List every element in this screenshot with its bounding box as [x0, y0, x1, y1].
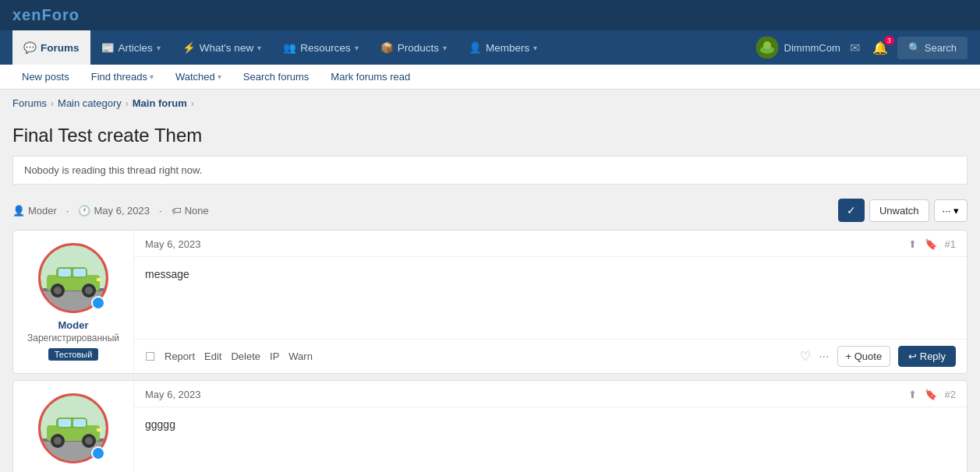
reply-label: Reply	[920, 350, 946, 362]
nav-resources[interactable]: 👥 Resources ▾	[272, 30, 370, 65]
subnav-new-posts[interactable]: New posts	[12, 65, 79, 89]
more-options-button[interactable]: ··· ▾	[934, 199, 968, 222]
post-author-role: Зарегистрированный	[27, 333, 119, 343]
clock-icon: 🕐	[78, 205, 90, 217]
post-author-name[interactable]: Moder	[58, 319, 89, 331]
nav-articles-label: Articles	[119, 42, 153, 54]
search-icon: 🔍	[908, 42, 921, 54]
search-button[interactable]: 🔍 Search	[897, 37, 968, 59]
nav-articles[interactable]: 📰 Articles ▾	[90, 30, 172, 65]
post-date: May 6, 2023	[145, 389, 201, 400]
nav-whats-new[interactable]: ⚡ What's new ▾	[172, 30, 272, 65]
share-icon[interactable]: ⬆	[908, 238, 917, 250]
post-item: Moder Зарегистрированный Тестовый May 6,…	[12, 230, 968, 374]
bookmark-icon[interactable]: 🔖	[925, 238, 937, 250]
chevron-down-icon: ▾	[533, 44, 537, 52]
reply-button[interactable]: ↩ Reply	[898, 346, 956, 367]
post-number: #1	[945, 238, 956, 250]
nav-members[interactable]: 👤 Members ▾	[458, 30, 548, 65]
tag-icon: 🏷	[172, 205, 182, 217]
svg-point-24	[54, 437, 62, 445]
post-header: May 6, 2023 ⬆ 🔖 #1	[134, 231, 967, 257]
check-button[interactable]: ✓	[838, 199, 865, 222]
delete-link[interactable]: Delete	[231, 350, 260, 362]
unwatch-button[interactable]: Unwatch	[869, 199, 929, 222]
notification-badge: 3	[884, 36, 894, 45]
bookmark-icon[interactable]: 🔖	[925, 389, 937, 400]
post-body-area: May 6, 2023 ⬆ 🔖 #1 message ☐ Report Edit…	[134, 231, 967, 373]
share-icon[interactable]: ⬆	[908, 389, 917, 400]
svg-rect-9	[73, 269, 86, 277]
warn-link[interactable]: Warn	[288, 350, 313, 362]
nav-resources-label: Resources	[300, 42, 351, 54]
subnav-search-forums-label: Search forums	[243, 71, 310, 83]
thread-date-meta: 🕐 May 6, 2023	[78, 205, 150, 217]
nav-forums[interactable]: 💬 Forums	[12, 30, 90, 65]
report-link[interactable]: Report	[165, 350, 195, 362]
subnav-find-threads-label: Find threads	[91, 71, 147, 83]
mail-icon[interactable]: ✉	[847, 37, 863, 58]
breadcrumb-sep3: ›	[191, 98, 194, 109]
products-icon: 📦	[380, 41, 394, 54]
breadcrumb-sep2: ›	[126, 98, 129, 109]
thread-tag-meta: 🏷 None	[172, 205, 209, 217]
notifications-icon[interactable]: 🔔 3	[869, 37, 891, 58]
chevron-down-icon: ▾	[257, 44, 261, 52]
post-more-button[interactable]: ···	[819, 350, 829, 364]
user-online-badge	[91, 446, 105, 460]
thread-date: May 6, 2023	[94, 205, 150, 217]
ip-link[interactable]: IP	[270, 350, 279, 362]
page-title: Final Test create Them	[12, 117, 968, 156]
reader-notice-text: Nobody is reading this thread right now.	[24, 164, 202, 176]
edit-link[interactable]: Edit	[204, 350, 221, 362]
thread-meta: 👤 Moder · 🕐 May 6, 2023 · 🏷 None ✓ Unwat…	[12, 195, 968, 230]
svg-rect-21	[58, 419, 71, 427]
main-navbar: 💬 Forums 📰 Articles ▾ ⚡ What's new ▾ 👥 R…	[0, 30, 980, 65]
breadcrumb-current: Main forum	[133, 97, 187, 109]
svg-rect-27	[97, 428, 101, 431]
svg-point-11	[54, 287, 62, 294]
post-header: May 6, 2023 ⬆ 🔖 #2	[134, 381, 967, 407]
subnav-mark-read[interactable]: Mark forums read	[321, 65, 419, 89]
nav-whats-new-label: What's new	[200, 42, 253, 54]
search-label: Search	[925, 42, 957, 54]
nav-forums-label: Forums	[41, 42, 80, 54]
subnav-find-threads[interactable]: Find threads ▾	[82, 65, 163, 89]
post-footer-left: ☐ Report Edit Delete IP Warn	[145, 350, 313, 364]
user-avatar[interactable]	[756, 37, 778, 58]
post-avatar-wrapper	[38, 393, 108, 463]
site-logo[interactable]: xenForo	[12, 6, 80, 24]
chevron-down-icon: ▾	[355, 44, 359, 52]
post-message: message	[134, 257, 967, 339]
svg-point-13	[85, 287, 93, 294]
breadcrumb-main-category[interactable]: Main category	[58, 97, 122, 109]
subnav-new-posts-label: New posts	[22, 71, 69, 83]
meta-dot2: ·	[159, 205, 162, 217]
subnav-watched-label: Watched	[175, 71, 215, 83]
page-content: Final Test create Them Nobody is reading…	[0, 117, 980, 472]
svg-point-26	[85, 437, 93, 445]
navbar-right: DimmmCom ✉ 🔔 3 🔍 Search	[756, 37, 968, 59]
post-message-text: ggggg	[145, 418, 175, 431]
chevron-down-icon: ▾	[218, 72, 221, 81]
chevron-down-icon: ▾	[157, 44, 161, 52]
like-button[interactable]: ♡	[800, 349, 811, 364]
subnav-watched[interactable]: Watched ▾	[166, 65, 231, 89]
user-display-name[interactable]: DimmmCom	[784, 42, 840, 54]
nav-products[interactable]: 📦 Products ▾	[370, 30, 458, 65]
user-icon: 👤	[12, 205, 25, 217]
post-header-actions: ⬆ 🔖 #1	[908, 238, 956, 250]
breadcrumb-forums[interactable]: Forums	[12, 97, 47, 109]
quote-button[interactable]: + Quote	[837, 346, 891, 367]
reply-icon: ↩	[908, 350, 917, 362]
members-icon: 👤	[469, 41, 482, 54]
chevron-down-icon: ▾	[443, 44, 447, 52]
thread-tag: None	[185, 205, 209, 217]
thread-actions: ✓ Unwatch ··· ▾	[838, 199, 968, 222]
post-body-area: May 6, 2023 ⬆ 🔖 #2 ggggg	[134, 381, 967, 472]
post-item: Moder May 6, 2023 ⬆ 🔖 #2 ggggg	[12, 380, 968, 472]
subnav-search-forums[interactable]: Search forums	[234, 65, 319, 89]
thread-author[interactable]: Moder	[28, 205, 57, 217]
post-sidebar: Moder	[13, 381, 134, 472]
post-select-checkbox[interactable]: ☐	[145, 350, 155, 364]
